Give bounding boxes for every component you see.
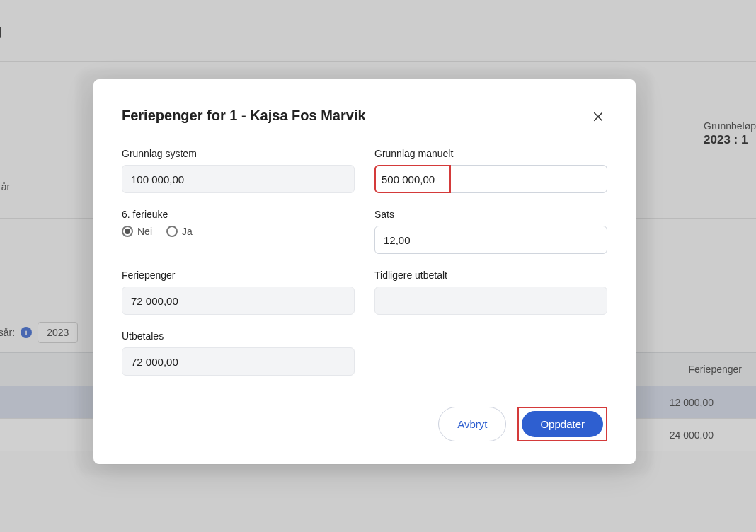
input-grunnlag-manuelt-rest[interactable]	[449, 165, 607, 193]
input-sats[interactable]	[374, 226, 607, 254]
feriepenger-modal: Feriepenger for 1 - Kajsa Fos Marvik Gru…	[93, 79, 636, 464]
cancel-button[interactable]: Avbryt	[438, 407, 506, 441]
input-grunnlag-manuelt[interactable]: 500 000,00	[374, 165, 451, 193]
update-button[interactable]: Oppdater	[522, 411, 603, 437]
radio-nei[interactable]: Nei	[122, 226, 152, 237]
modal-title: Feriepenger for 1 - Kajsa Fos Marvik	[122, 108, 366, 124]
radio-ja[interactable]: Ja	[166, 226, 193, 237]
close-icon	[592, 110, 605, 123]
input-tidligere	[374, 287, 607, 315]
field-grunnlag-system: Grunnlag system	[122, 148, 355, 193]
radio-icon	[166, 226, 178, 237]
close-button[interactable]	[589, 108, 607, 128]
radio-icon	[122, 226, 133, 237]
label-feriepenger: Feriepenger	[122, 270, 355, 281]
update-button-highlight: Oppdater	[517, 407, 607, 441]
label-utbetales: Utbetales	[122, 330, 355, 342]
field-feriepenger: Feriepenger	[122, 270, 355, 315]
label-sats: Sats	[374, 209, 607, 220]
label-ferieuke: 6. ferieuke	[122, 209, 355, 220]
label-grunnlag-system: Grunnlag system	[122, 148, 355, 159]
field-sats: Sats	[374, 209, 607, 254]
field-ferieuke: 6. ferieuke Nei Ja	[122, 209, 355, 254]
field-utbetales: Utbetales	[122, 330, 355, 376]
radio-label-nei: Nei	[137, 226, 152, 237]
field-grunnlag-manuelt: Grunnlag manuelt 500 000,00	[374, 148, 607, 193]
label-tidligere: Tidligere utbetalt	[374, 270, 607, 281]
label-grunnlag-manuelt: Grunnlag manuelt	[374, 148, 607, 159]
radio-label-ja: Ja	[182, 226, 193, 237]
field-tidligere-utbetalt: Tidligere utbetalt	[374, 270, 607, 315]
input-grunnlag-system	[122, 165, 355, 193]
input-utbetales	[122, 347, 355, 376]
input-feriepenger	[122, 287, 355, 315]
